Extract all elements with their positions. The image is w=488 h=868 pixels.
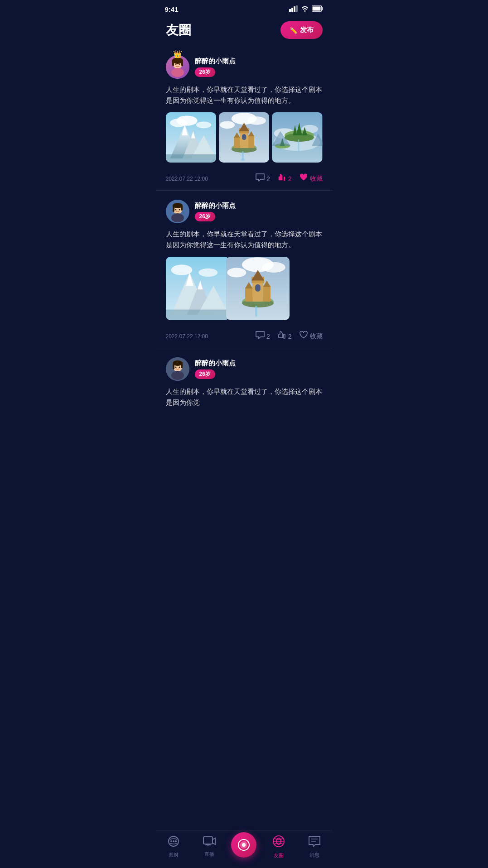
age-badge: 26岁 [195,212,215,221]
svg-rect-94 [173,363,174,369]
nav-label-message: 消息 [309,852,319,858]
username: 醉醉的小雨点 [195,57,236,66]
nav-center-button[interactable] [231,832,256,858]
like-count: 2 [288,175,292,182]
party-icon [168,835,179,850]
nav-item-party[interactable]: 派对 [160,835,187,858]
svg-rect-33 [234,137,240,148]
comment-button[interactable]: 2 [256,173,270,184]
image-grid [166,257,284,320]
svg-rect-85 [255,284,261,292]
svg-point-10 [179,64,180,65]
avatar [166,200,189,223]
like-icon [277,331,286,341]
post-image-2[interactable] [226,257,290,320]
favorite-button[interactable]: 收藏 [299,173,323,184]
post-card: 👑 [156,48,333,191]
svg-rect-61 [173,205,174,212]
comment-count: 2 [266,175,270,182]
svg-point-97 [170,840,172,842]
post-date: 2022.07.22 12:00 [166,333,208,340]
svg-point-9 [175,64,176,65]
age-badge: 26岁 [195,369,215,379]
svg-point-73 [227,268,246,278]
svg-rect-101 [205,844,211,845]
svg-point-16 [176,115,197,125]
svg-rect-86 [255,306,257,317]
favorite-icon [299,173,308,184]
like-button[interactable]: 2 [277,173,292,184]
svg-rect-51 [298,139,300,152]
posts-list: 👑 [156,48,333,455]
post-actions: 2 2 [256,331,323,341]
svg-rect-62 [181,205,183,211]
post-image-1[interactable] [166,257,229,320]
nav-item-friends[interactable]: 友圈 [265,835,292,859]
status-icons [289,5,324,13]
live-icon [203,836,216,849]
like-icon [277,173,286,184]
status-time: 9:41 [165,5,179,13]
nav-item-message[interactable]: 消息 [301,835,328,858]
post-footer: 2022.07.22 12:00 2 [166,326,323,348]
svg-rect-23 [166,154,216,163]
comment-icon [256,173,265,184]
svg-rect-81 [245,288,252,302]
svg-point-99 [175,840,177,842]
svg-rect-54 [284,177,285,181]
age-badge: 26岁 [195,67,215,77]
svg-point-75 [242,258,274,273]
svg-point-27 [232,113,257,125]
svg-point-64 [171,265,192,275]
svg-point-105 [242,843,246,847]
post-image-3[interactable] [272,112,322,163]
comment-count: 2 [266,333,270,340]
svg-point-59 [179,209,180,211]
user-meta: 醉醉的小雨点 26岁 [195,359,236,379]
svg-point-39 [241,158,245,161]
nav-item-live[interactable]: 直播 [196,836,223,858]
svg-point-17 [196,121,211,128]
svg-rect-3 [296,5,298,12]
post-footer: 2022.07.22 12:00 2 [166,169,323,190]
post-text: 人生的剧本，你早就在天堂看过了，你选择这个剧本是因为你觉得这一生有你认为值得的地… [166,84,323,106]
message-icon [308,835,321,850]
svg-rect-95 [181,363,183,368]
publish-icon: ✏️ [290,27,297,34]
favorite-button[interactable]: 收藏 [299,331,323,341]
crown-icon: 👑 [173,50,182,58]
svg-point-92 [179,367,180,368]
header: 友圈 ✏️ 发布 [156,17,333,48]
svg-point-8 [171,68,184,77]
avatar-image [166,55,189,79]
svg-rect-1 [291,8,293,12]
user-info: 醉醉的小雨点 26岁 [166,357,323,381]
nav-label-friends: 友圈 [274,852,284,859]
battery-icon [312,5,324,13]
svg-point-65 [198,269,217,277]
username: 醉醉的小雨点 [195,359,236,368]
post-image-2[interactable] [219,112,269,163]
bottom-nav: 派对 直播 友圈 [156,830,333,868]
comment-button[interactable]: 2 [256,331,270,341]
post-date: 2022.07.22 12:00 [166,176,208,182]
like-button[interactable]: 2 [277,331,292,341]
avatar-image [166,357,189,381]
svg-point-90 [171,371,184,380]
username: 醉醉的小雨点 [195,201,236,210]
favorite-label: 收藏 [310,332,323,340]
publish-button[interactable]: ✏️ 发布 [280,21,323,39]
favorite-icon [299,331,308,341]
page-title: 友圈 [166,22,191,39]
svg-rect-34 [248,135,254,148]
svg-rect-100 [203,837,213,844]
avatar [166,357,189,381]
post-image-1[interactable] [166,112,216,163]
user-info: 醉醉的小雨点 26岁 [166,200,323,223]
user-meta: 醉醉的小雨点 26岁 [195,57,236,77]
svg-rect-12 [172,60,174,66]
wifi-icon [301,5,309,13]
svg-rect-2 [294,6,295,12]
image-grid [166,112,323,163]
nav-label-live: 直播 [204,851,214,858]
